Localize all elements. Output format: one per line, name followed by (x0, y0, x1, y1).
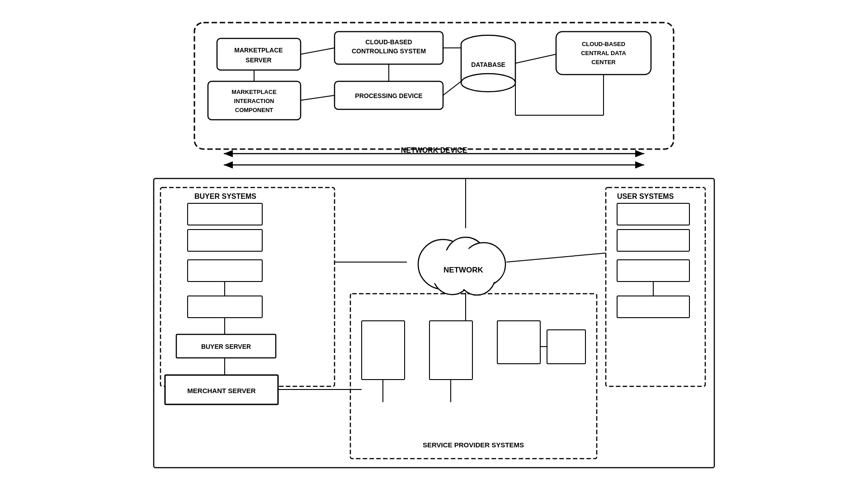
svg-rect-64 (429, 321, 472, 380)
svg-rect-8 (335, 32, 443, 64)
svg-text:USER SYSTEMS: USER SYSTEMS (617, 192, 674, 200)
svg-text:CLOUD-BASED: CLOUD-BASED (582, 41, 625, 47)
svg-rect-19 (556, 32, 651, 75)
diagram-container: MARKETPLACE SERVER MARKETPLACE INTERACTI… (140, 14, 728, 474)
svg-rect-58 (617, 230, 689, 251)
svg-rect-14 (461, 44, 515, 83)
svg-rect-41 (160, 188, 335, 386)
svg-text:CONTROLLING SYSTEM: CONTROLLING SYSTEM (352, 47, 426, 55)
svg-text:SERVICE PROVIDER SYSTEMS: SERVICE PROVIDER SYSTEMS (423, 441, 524, 449)
svg-text:INTERACTION: INTERACTION (234, 98, 274, 104)
svg-rect-63 (362, 321, 405, 380)
svg-text:COMPONENT: COMPONENT (235, 107, 274, 113)
svg-rect-48 (176, 334, 276, 358)
svg-rect-11 (335, 81, 443, 109)
svg-rect-47 (188, 296, 262, 318)
svg-marker-34 (224, 150, 233, 157)
svg-marker-35 (635, 150, 644, 157)
svg-point-75 (459, 259, 495, 295)
svg-rect-59 (617, 260, 689, 282)
svg-line-24 (301, 95, 335, 100)
svg-text:DATABASE: DATABASE (471, 61, 505, 68)
svg-marker-37 (635, 161, 644, 169)
svg-text:BUYER SERVER: BUYER SERVER (201, 343, 251, 350)
svg-line-27 (443, 81, 461, 95)
svg-point-13 (461, 35, 515, 53)
svg-marker-38 (224, 161, 233, 169)
svg-line-23 (301, 48, 335, 54)
svg-text:MARKETPLACE: MARKETPLACE (234, 47, 283, 54)
svg-rect-0 (194, 23, 674, 149)
svg-text:BUYER SYSTEMS: BUYER SYSTEMS (194, 192, 256, 200)
svg-point-74 (433, 257, 471, 295)
svg-text:CENTRAL DATA: CENTRAL DATA (581, 50, 626, 56)
svg-text:MERCHANT SERVER: MERCHANT SERVER (187, 387, 256, 394)
svg-text:MARKETPLACE: MARKETPLACE (231, 89, 277, 95)
svg-point-76 (423, 249, 504, 289)
svg-rect-55 (606, 188, 705, 386)
svg-text:CLOUD-BASED: CLOUD-BASED (365, 38, 412, 46)
svg-point-71 (418, 239, 468, 289)
svg-rect-61 (617, 296, 689, 318)
svg-text:NETWORK DEVICE: NETWORK DEVICE (401, 146, 467, 154)
svg-rect-62 (350, 294, 597, 459)
svg-rect-1 (217, 38, 301, 70)
svg-rect-65 (497, 321, 540, 364)
svg-text:CENTER: CENTER (591, 59, 616, 66)
svg-text:SERVER: SERVER (245, 56, 271, 64)
svg-point-17 (461, 74, 515, 92)
svg-rect-57 (617, 203, 689, 225)
svg-point-72 (445, 237, 486, 278)
svg-point-73 (462, 243, 505, 286)
svg-rect-43 (188, 203, 262, 225)
svg-text:NETWORK: NETWORK (443, 266, 484, 274)
svg-rect-4 (208, 81, 301, 120)
svg-rect-66 (547, 330, 585, 364)
svg-rect-40 (154, 178, 714, 468)
svg-rect-44 (188, 230, 262, 251)
svg-line-80 (506, 253, 606, 262)
svg-rect-45 (188, 260, 262, 282)
svg-line-26 (515, 54, 556, 63)
svg-rect-50 (165, 375, 278, 404)
diagram-svg: MARKETPLACE SERVER MARKETPLACE INTERACTI… (140, 14, 728, 474)
svg-text:PROCESSING DEVICE: PROCESSING DEVICE (355, 92, 422, 99)
